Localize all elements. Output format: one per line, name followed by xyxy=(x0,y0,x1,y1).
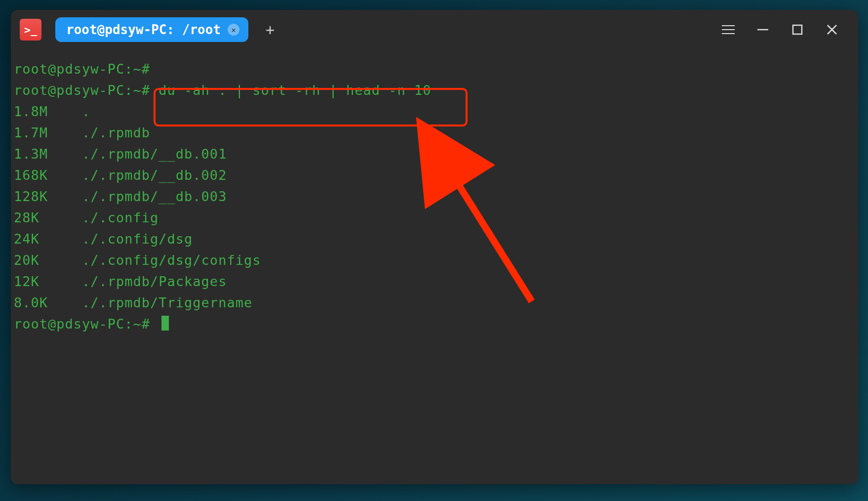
shell-prompt: root@pdsyw-PC:~# xyxy=(14,61,158,77)
terminal-window: >_ root@pdsyw-PC: /root ✕ + root@pdsyw-P… xyxy=(11,10,858,484)
maximize-button[interactable] xyxy=(780,17,815,42)
titlebar[interactable]: >_ root@pdsyw-PC: /root ✕ + xyxy=(11,10,858,49)
minimize-button[interactable] xyxy=(746,17,780,42)
terminal-output-line: 128K ./.rpmdb/__db.003 xyxy=(14,186,855,207)
terminal-prompt-line: root@pdsyw-PC:~# xyxy=(14,313,855,334)
terminal-prompt-line: root@pdsyw-PC:~# du -ah . | sort -rh | h… xyxy=(14,80,855,101)
tab-active[interactable]: root@pdsyw-PC: /root ✕ xyxy=(55,17,248,42)
terminal-output-line: 24K ./.config/dsg xyxy=(14,228,855,250)
terminal-icon-glyph: >_ xyxy=(24,24,38,36)
terminal-output-line: 1.7M ./.rpmdb xyxy=(14,122,855,143)
hamburger-menu-icon[interactable] xyxy=(711,17,746,42)
terminal-output-line: 168K ./.rpmdb/__db.002 xyxy=(14,165,855,186)
desktop-background: 鹏 大 圣 鹏 大 圣 鹏 大 圣 鹏 大 圣 鹏 大 圣 鹏 大 圣 鹏 大 … xyxy=(0,0,868,501)
terminal-output-line: 1.3M ./.rpmdb/__db.001 xyxy=(14,143,855,165)
terminal-prompt-line: root@pdsyw-PC:~# xyxy=(14,58,855,80)
shell-prompt: root@pdsyw-PC:~# xyxy=(14,83,158,98)
shell-command: du -ah . | sort -rh | head -n 10 xyxy=(158,83,431,98)
svg-rect-4 xyxy=(793,25,802,34)
new-tab-button[interactable]: + xyxy=(262,22,278,38)
terminal-output-line: 20K ./.config/dsg/configs xyxy=(14,250,855,271)
terminal-output-line: 1.8M . xyxy=(14,101,855,122)
terminal-output-line: 8.0K ./.rpmdb/Triggername xyxy=(14,292,855,313)
close-button[interactable] xyxy=(815,17,849,42)
terminal-output-line: 12K ./.rpmdb/Packages xyxy=(14,271,855,292)
terminal-output-line: 28K ./.config xyxy=(14,207,855,228)
cursor xyxy=(161,316,169,331)
tab-close-icon[interactable]: ✕ xyxy=(228,24,239,36)
terminal-app-icon[interactable]: >_ xyxy=(20,19,41,41)
terminal-body[interactable]: root@pdsyw-PC:~# root@pdsyw-PC:~# du -ah… xyxy=(11,49,858,484)
tab-title: root@pdsyw-PC: /root xyxy=(66,22,221,37)
shell-prompt: root@pdsyw-PC:~# xyxy=(14,316,158,332)
